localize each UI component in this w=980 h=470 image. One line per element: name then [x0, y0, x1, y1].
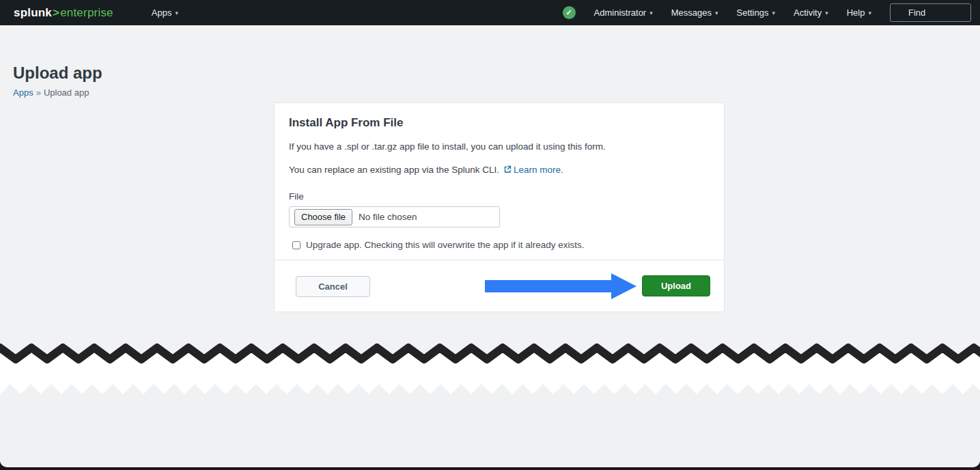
logo-product: enterprise [60, 6, 113, 20]
messages-menu[interactable]: Messages ▾ [671, 8, 718, 18]
upgrade-app-checkbox[interactable] [292, 241, 300, 249]
torn-edge-light [0, 383, 980, 396]
upload-button[interactable]: Upload [642, 275, 710, 296]
breadcrumb-current: Upload app [44, 87, 89, 98]
chevron-down-icon: ▾ [175, 9, 178, 16]
card-heading: Install App From File [289, 116, 710, 130]
check-icon: ✓ [566, 8, 572, 17]
chevron-down-icon: ▾ [868, 9, 871, 16]
chevron-down-icon: ▾ [649, 9, 653, 16]
cancel-button[interactable]: Cancel [296, 276, 370, 297]
file-field-label: File [289, 191, 710, 202]
torn-bottom-panel [0, 394, 980, 467]
upgrade-app-row: Upgrade app. Checking this will overwrit… [289, 240, 710, 250]
apps-menu[interactable]: Apps ▾ [152, 8, 178, 18]
health-status-icon[interactable]: ✓ [563, 6, 576, 19]
page-content-area: Upload app Apps»Upload app Install App F… [0, 25, 980, 353]
chevron-down-icon: ▾ [772, 9, 775, 16]
learn-more-link[interactable]: Learn more. [499, 165, 563, 175]
file-input[interactable]: Choose file No file chosen [289, 206, 500, 227]
logo-brand: splunk [14, 6, 52, 20]
card-description-2: You can replace an existing app via the … [289, 164, 710, 177]
help-menu[interactable]: Help ▾ [847, 8, 871, 18]
breadcrumb: Apps»Upload app [13, 87, 89, 98]
administrator-menu-label: Administrator [594, 8, 647, 18]
chevron-down-icon: ▾ [715, 9, 718, 16]
top-navbar: splunk>enterprise Apps ▾ ✓ Administrator… [0, 0, 980, 25]
settings-menu-label: Settings [737, 8, 769, 18]
card-footer: Cancel Upload [275, 260, 724, 312]
choose-file-button[interactable]: Choose file [294, 209, 352, 225]
torn-edge-dark-path [0, 348, 980, 359]
activity-menu[interactable]: Activity ▾ [794, 8, 828, 18]
page-title: Upload app [13, 64, 102, 83]
install-app-card: Install App From File If you have a .spl… [274, 102, 725, 312]
install-app-card-body: Install App From File If you have a .spl… [275, 103, 724, 250]
administrator-menu[interactable]: Administrator ▾ [594, 8, 653, 18]
messages-menu-label: Messages [671, 8, 712, 18]
torn-edge-dark [0, 342, 980, 366]
torn-edge-light-path [0, 384, 980, 396]
navbar-right-group: ✓ Administrator ▾ Messages ▾ Settings ▾ … [563, 3, 971, 22]
find-search-input[interactable] [890, 3, 971, 22]
logo-gt: > [52, 6, 60, 20]
learn-more-label: Learn more. [514, 165, 563, 175]
splunk-logo: splunk>enterprise [14, 6, 113, 20]
card-description-2-text: You can replace an existing app via the … [289, 165, 499, 175]
external-link-icon [503, 165, 512, 177]
file-chosen-status: No file chosen [359, 212, 417, 222]
chevron-down-icon: ▾ [825, 9, 828, 16]
apps-menu-label: Apps [152, 8, 172, 18]
upgrade-app-checkbox-label: Upgrade app. Checking this will overwrit… [306, 240, 584, 250]
breadcrumb-apps-link[interactable]: Apps [13, 87, 33, 98]
activity-menu-label: Activity [794, 8, 822, 18]
settings-menu[interactable]: Settings ▾ [737, 8, 776, 18]
card-description-1: If you have a .spl or .tar.gz app file t… [289, 141, 710, 153]
help-menu-label: Help [847, 8, 865, 18]
breadcrumb-separator: » [33, 87, 44, 98]
